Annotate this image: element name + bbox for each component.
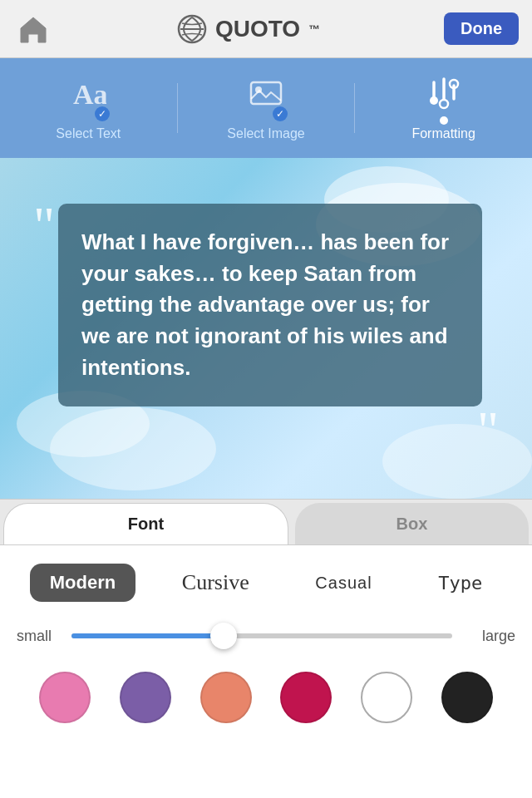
check-icon: ✓ (95, 106, 110, 121)
tab-font-label: Font (128, 515, 164, 534)
app-header: QUOTO™ Done (0, 0, 532, 58)
tab-box[interactable]: Box (295, 503, 529, 544)
color-purple[interactable] (120, 672, 171, 723)
tab-font[interactable]: Font (3, 503, 288, 544)
svg-text:Aa: Aa (73, 79, 106, 110)
home-button[interactable] (13, 9, 53, 49)
step-select-image-label: Select Image (227, 126, 304, 141)
size-slider[interactable] (71, 623, 452, 648)
color-row (17, 672, 515, 723)
tab-box-label: Box (397, 515, 428, 534)
color-crimson[interactable] (280, 672, 332, 723)
quote-box: What I have forgiven… has been for your … (58, 204, 482, 406)
step-select-image[interactable]: ✓ Select Image (178, 76, 355, 141)
svg-rect-2 (251, 82, 281, 104)
logo-text: QUOTO (215, 16, 300, 42)
font-type-button[interactable]: Type (418, 564, 502, 602)
done-button[interactable]: Done (444, 12, 519, 45)
font-controls: Modern Cursive Casual Type small large (0, 545, 532, 740)
size-row: small large (17, 623, 515, 648)
size-large-label: large (466, 628, 515, 645)
formatting-icon (426, 76, 462, 120)
font-modern-button[interactable]: Modern (30, 564, 135, 602)
step-formatting[interactable]: Formatting (355, 76, 532, 141)
color-white[interactable] (361, 672, 412, 723)
app-logo: QUOTO™ (177, 14, 320, 44)
svg-point-8 (440, 100, 448, 108)
slider-thumb[interactable] (210, 623, 237, 649)
bottom-panel: Font Box Modern Cursive Casual Type smal… (0, 499, 532, 740)
select-image-icon: ✓ (248, 76, 284, 120)
step-select-text-label: Select Text (56, 126, 121, 141)
color-black[interactable] (441, 672, 493, 723)
check-icon-2: ✓ (273, 106, 288, 121)
font-styles: Modern Cursive Casual Type (17, 562, 515, 603)
step-formatting-label: Formatting (411, 126, 475, 141)
slider-fill (71, 633, 224, 638)
color-pink[interactable] (39, 672, 91, 723)
select-text-icon: Aa ✓ (70, 76, 106, 120)
steps-bar: Aa ✓ Select Text ✓ Select Image (0, 58, 532, 158)
quote-open: " (33, 200, 55, 253)
quote-close: " (477, 404, 499, 457)
svg-point-7 (430, 96, 438, 105)
font-casual-button[interactable]: Casual (295, 565, 392, 601)
color-salmon[interactable] (200, 672, 252, 723)
quote-image-area: " What I have forgiven… has been for you… (0, 158, 532, 499)
size-small-label: small (17, 628, 58, 645)
quote-text: What I have forgiven… has been for your … (81, 229, 449, 380)
step-select-text[interactable]: Aa ✓ Select Text (0, 76, 177, 141)
font-cursive-button[interactable]: Cursive (162, 562, 269, 603)
tab-bar: Font Box (0, 499, 532, 545)
logo-tm: ™ (308, 22, 320, 36)
slider-track (71, 633, 452, 638)
